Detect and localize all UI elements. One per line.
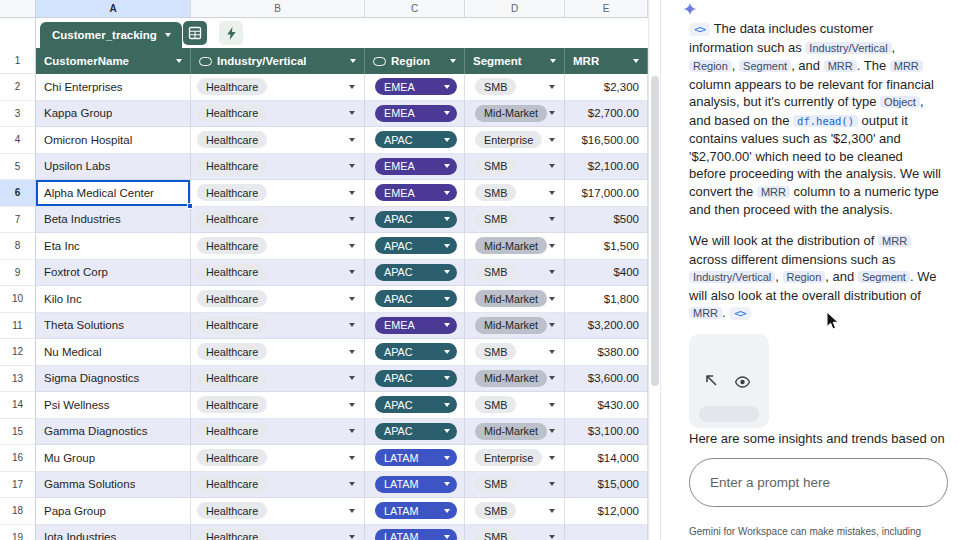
region-dropdown-chip[interactable]: APAC [375, 131, 457, 148]
cell-mrr[interactable]: $16,500.00 [565, 127, 648, 154]
table-column-header-segment[interactable]: Segment [465, 48, 565, 74]
industry-dropdown-chip[interactable]: Healthcare [197, 78, 267, 95]
cell-segment[interactable]: Mid-Market [465, 366, 565, 393]
cell-industry[interactable]: Healthcare [191, 207, 365, 234]
cell-mrr[interactable]: $500 [565, 207, 648, 234]
row-header-7[interactable]: 7 [0, 207, 36, 234]
region-dropdown-chip[interactable]: EMEA [375, 158, 457, 175]
row-header-3[interactable]: 3 [0, 101, 36, 128]
cell-segment[interactable]: SMB [465, 525, 565, 540]
row-header-4[interactable]: 4 [0, 127, 36, 154]
cell-region[interactable]: EMEA [365, 101, 465, 128]
table-grid-icon[interactable] [183, 21, 207, 45]
cell-mrr[interactable]: $3,100.00 [565, 419, 648, 446]
cell-segment[interactable]: SMB [465, 392, 565, 419]
fill-handle[interactable] [187, 203, 193, 209]
row-header-13[interactable]: 13 [0, 366, 36, 393]
row-header-8[interactable]: 8 [0, 233, 36, 260]
cell-region[interactable]: EMEA [365, 313, 465, 340]
cell-mrr[interactable] [565, 525, 648, 540]
cell-customer-name[interactable]: Omicron Hospital [36, 127, 191, 154]
region-dropdown-chip[interactable]: EMEA [375, 78, 457, 95]
row-header-19[interactable]: 19 [0, 525, 36, 540]
segment-dropdown-chip[interactable]: SMB [475, 529, 516, 540]
row-header-5[interactable]: 5 [0, 154, 36, 181]
table-name-chip[interactable]: Customer_tracking [40, 22, 182, 48]
row-header-1[interactable]: 1 [0, 48, 36, 74]
cell-mrr[interactable]: $17,000.00 [565, 180, 648, 207]
segment-dropdown-chip[interactable]: Mid-Market [475, 290, 547, 307]
cell-region[interactable]: LATAM [365, 445, 465, 472]
cell-mrr[interactable]: $15,000 [565, 472, 648, 499]
cell-mrr[interactable]: $2,700.00 [565, 101, 648, 128]
cell-region[interactable]: APAC [365, 339, 465, 366]
cell-customer-name[interactable]: Beta Industries [36, 207, 191, 234]
industry-dropdown-chip[interactable]: Healthcare [197, 131, 267, 148]
cell-industry[interactable]: Healthcare [191, 366, 365, 393]
cell-mrr[interactable]: $380.00 [565, 339, 648, 366]
segment-dropdown-chip[interactable]: Mid-Market [475, 105, 547, 122]
row-header-10[interactable]: 10 [0, 286, 36, 313]
industry-dropdown-chip[interactable]: Healthcare [197, 237, 267, 254]
region-dropdown-chip[interactable]: APAC [375, 370, 457, 387]
cell-segment[interactable]: Mid-Market [465, 286, 565, 313]
cell-customer-name[interactable]: Sigma Diagnostics [36, 366, 191, 393]
row-header-2[interactable]: 2 [0, 74, 36, 101]
cell-industry[interactable]: Healthcare [191, 525, 365, 540]
cell-industry[interactable]: Healthcare [191, 445, 365, 472]
cell-industry[interactable]: Healthcare [191, 339, 365, 366]
cell-customer-name[interactable]: Mu Group [36, 445, 191, 472]
segment-dropdown-chip[interactable]: SMB [475, 184, 516, 201]
cell-segment[interactable]: SMB [465, 472, 565, 499]
row-header-16[interactable]: 16 [0, 445, 36, 472]
cell-segment[interactable]: SMB [465, 498, 565, 525]
segment-dropdown-chip[interactable]: Mid-Market [475, 237, 547, 254]
industry-dropdown-chip[interactable]: Healthcare [197, 529, 267, 540]
region-dropdown-chip[interactable]: LATAM [375, 476, 457, 493]
cell-segment[interactable]: SMB [465, 339, 565, 366]
cell-industry[interactable]: Healthcare [191, 313, 365, 340]
cell-industry[interactable]: Healthcare [191, 498, 365, 525]
cell-mrr[interactable]: $3,200.00 [565, 313, 648, 340]
segment-dropdown-chip[interactable]: Enterprise [475, 449, 542, 466]
region-dropdown-chip[interactable]: EMEA [375, 105, 457, 122]
cell-mrr[interactable]: $400 [565, 260, 648, 287]
segment-dropdown-chip[interactable]: SMB [475, 78, 516, 95]
cell-customer-name[interactable]: Kilo Inc [36, 286, 191, 313]
industry-dropdown-chip[interactable]: Healthcare [197, 449, 267, 466]
cell-customer-name[interactable]: Gamma Solutions [36, 472, 191, 499]
column-header-B[interactable]: B [191, 0, 365, 17]
cell-mrr[interactable]: $3,600.00 [565, 366, 648, 393]
table-column-header-mrr[interactable]: MRR [565, 48, 648, 74]
cell-region[interactable]: APAC [365, 260, 465, 287]
row-header-6[interactable]: 6 [0, 180, 36, 207]
row-header-17[interactable]: 17 [0, 472, 36, 499]
cell-industry[interactable]: Healthcare [191, 180, 365, 207]
cell-region[interactable]: EMEA [365, 154, 465, 181]
region-dropdown-chip[interactable]: EMEA [375, 317, 457, 334]
industry-dropdown-chip[interactable]: Healthcare [197, 396, 267, 413]
cell-segment[interactable]: Mid-Market [465, 101, 565, 128]
industry-dropdown-chip[interactable]: Healthcare [197, 343, 267, 360]
segment-dropdown-chip[interactable]: SMB [475, 396, 516, 413]
cell-segment[interactable]: Mid-Market [465, 233, 565, 260]
column-header-A[interactable]: A [36, 0, 191, 17]
cell-segment[interactable]: SMB [465, 74, 565, 101]
cell-customer-name[interactable]: Eta Inc [36, 233, 191, 260]
segment-dropdown-chip[interactable]: SMB [475, 502, 516, 519]
cell-customer-name[interactable]: Theta Solutions [36, 313, 191, 340]
row-header-12[interactable]: 12 [0, 339, 36, 366]
cell-segment[interactable]: SMB [465, 207, 565, 234]
cell-mrr[interactable]: $1,500 [565, 233, 648, 260]
industry-dropdown-chip[interactable]: Healthcare [197, 423, 267, 440]
industry-dropdown-chip[interactable]: Healthcare [197, 476, 267, 493]
region-dropdown-chip[interactable]: APAC [375, 237, 457, 254]
code-block-chip[interactable]: <> [689, 23, 710, 36]
cell-segment[interactable]: Enterprise [465, 445, 565, 472]
segment-dropdown-chip[interactable]: SMB [475, 211, 516, 228]
cell-customer-name[interactable]: Papa Group [36, 498, 191, 525]
cell-region[interactable]: EMEA [365, 74, 465, 101]
cell-industry[interactable]: Healthcare [191, 154, 365, 181]
cell-segment[interactable]: Mid-Market [465, 419, 565, 446]
cell-region[interactable]: EMEA [365, 180, 465, 207]
